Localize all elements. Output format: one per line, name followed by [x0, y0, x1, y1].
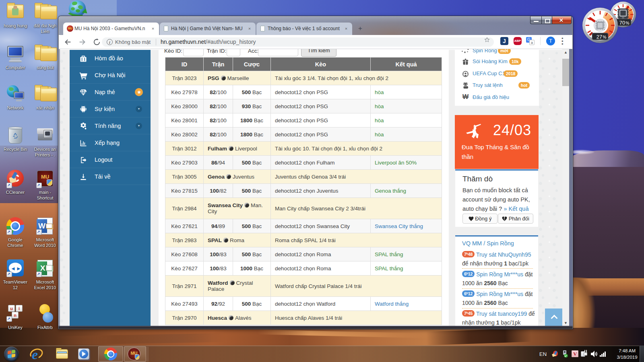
svg-text:70: 70 — [619, 20, 625, 26]
svg-text:27: 27 — [597, 34, 602, 40]
svg-text:%: % — [603, 35, 607, 39]
svg-text:%: % — [626, 21, 630, 25]
svg-text:e: e — [32, 348, 38, 361]
